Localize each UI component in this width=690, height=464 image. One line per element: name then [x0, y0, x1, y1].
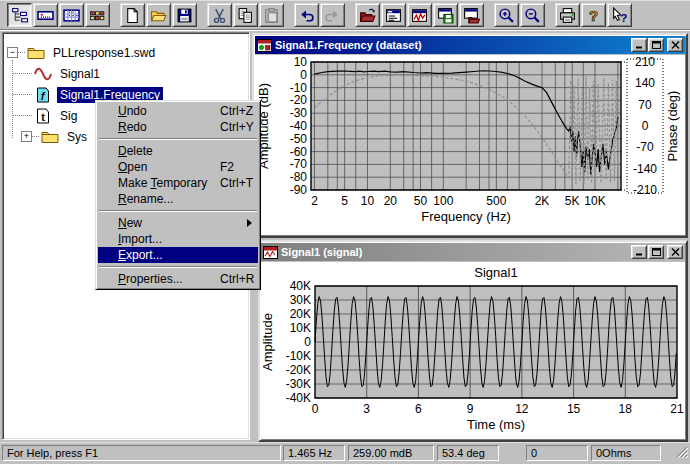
close-button[interactable] — [667, 245, 683, 259]
frequency-response-chart[interactable]: 100-10-20-30-40-50-60-70-80-902510205010… — [255, 55, 685, 235]
menu-item-open[interactable]: OpenF2 — [98, 159, 258, 175]
svg-text:18: 18 — [619, 402, 633, 416]
menu-item-shortcut: Ctrl+R — [220, 271, 254, 287]
tree-item-label: Signal1 — [57, 66, 103, 82]
zoom-out-button[interactable] — [520, 3, 545, 27]
menu-item-shortcut: Ctrl+Y — [220, 119, 254, 135]
svg-text:-140: -140 — [633, 162, 657, 176]
svg-text:2: 2 — [311, 194, 318, 208]
menu-item-label: Make Temporary — [118, 175, 220, 191]
window-title: Signal1 (signal) — [281, 246, 628, 258]
window-export-button[interactable] — [459, 3, 484, 27]
menu-item-export[interactable]: Export... — [98, 247, 258, 263]
svg-text:20K: 20K — [290, 307, 311, 321]
zoom-in-button[interactable] — [494, 3, 519, 27]
svg-text:?: ? — [620, 11, 627, 24]
menu-item-new[interactable]: New — [98, 215, 258, 231]
time-domain-chart[interactable]: Signal140K30K20K10K0-10K-20K-30K-40K0369… — [261, 262, 685, 439]
svg-text:Frequency (Hz): Frequency (Hz) — [421, 209, 511, 224]
new-button[interactable] — [120, 3, 145, 27]
menu-item-properties[interactable]: Properties...Ctrl+R — [98, 271, 258, 287]
menu-item-shortcut: Ctrl+Z — [220, 103, 253, 119]
menu-item-shortcut — [220, 143, 250, 159]
window-text-button[interactable] — [381, 3, 406, 27]
svg-text:-10K: -10K — [286, 349, 311, 363]
svg-text:10K: 10K — [584, 194, 605, 208]
tree-item-pllresponse1-swd[interactable]: −PLLresponse1.swd — [3, 42, 249, 63]
dataset-bar-view-button[interactable] — [33, 3, 58, 27]
minimize-button[interactable] — [631, 38, 647, 52]
tree-item-signal1[interactable]: Signal1 — [3, 63, 249, 84]
status-panel-impedance-readout: 0Ohms — [591, 445, 661, 461]
help-button[interactable]: ? — [581, 3, 606, 27]
reopen-button[interactable] — [355, 3, 380, 27]
menu-item-delete[interactable]: Delete — [98, 143, 258, 159]
menu-item-label: Delete — [118, 143, 220, 159]
context-help-button[interactable]: ? — [607, 3, 632, 27]
menu-item-label: Rename... — [118, 191, 220, 207]
titlebar-signal1[interactable]: Signal1 (signal) — [261, 243, 685, 261]
clipboard-icon — [263, 7, 280, 24]
folder-icon — [41, 129, 59, 145]
svg-text:Signal1: Signal1 — [474, 265, 517, 280]
menu-item-shortcut — [220, 191, 250, 207]
svg-text:210: 210 — [635, 55, 655, 69]
window-save-icon — [437, 7, 454, 24]
menu-item-import[interactable]: Import... — [98, 231, 258, 247]
menu-item-redo[interactable]: RedoCtrl+Y — [98, 119, 258, 135]
minimize-button[interactable] — [631, 245, 647, 259]
folder-icon — [27, 45, 45, 61]
save-button[interactable] — [172, 3, 197, 27]
menu-item-undo[interactable]: UndoCtrl+Z — [98, 103, 258, 119]
menu-item-shortcut — [220, 247, 250, 263]
print-button[interactable] — [555, 3, 580, 27]
application-window: ?? −PLLresponse1.swdSignal1fSignal1.Freq… — [0, 0, 690, 464]
window-signal1-frequency: Signal1.Frequency (dataset) 100-10-20-30… — [252, 33, 688, 238]
context-menu: UndoCtrl+ZRedoCtrl+YDeleteOpenF2Make Tem… — [95, 100, 261, 290]
tree-view-toggle-button[interactable] — [7, 3, 32, 27]
status-panel-phase-readout: 53.4 deg — [437, 445, 499, 461]
svg-text:9: 9 — [467, 402, 474, 416]
cut-button[interactable] — [207, 3, 232, 27]
dataset-grid-view-button[interactable] — [59, 3, 84, 27]
maximize-button[interactable] — [648, 38, 664, 52]
svg-text:70: 70 — [638, 98, 652, 112]
window-save-button[interactable] — [433, 3, 458, 27]
menu-item-shortcut — [220, 231, 250, 247]
zoom-in-icon — [498, 7, 515, 24]
svg-text:?: ? — [589, 7, 598, 23]
tree-item-label: Sig — [57, 108, 80, 124]
resize-grip[interactable] — [676, 446, 688, 461]
maximize-button[interactable] — [648, 245, 664, 259]
expand-icon[interactable]: + — [21, 131, 32, 142]
close-button[interactable] — [667, 38, 683, 52]
tile-view-button[interactable] — [85, 3, 110, 27]
scissors-icon — [211, 7, 228, 24]
svg-text:-70: -70 — [636, 140, 654, 154]
new-doc-icon — [124, 7, 141, 24]
window-waveform-button[interactable] — [407, 3, 432, 27]
svg-text:-210: -210 — [633, 183, 657, 197]
open-folder-icon — [150, 7, 167, 24]
copy-button[interactable] — [233, 3, 258, 27]
grid-frame-icon — [63, 7, 80, 24]
open-button[interactable] — [146, 3, 171, 27]
time-chart-area: Signal140K30K20K10K0-10K-20K-30K-40K0369… — [261, 262, 685, 439]
menu-item-label: Properties... — [118, 271, 220, 287]
signal-window-icon — [263, 246, 278, 259]
tree-connector — [13, 115, 32, 116]
menu-item-make-temporary[interactable]: Make TemporaryCtrl+T — [98, 175, 258, 191]
t-signal-icon: t — [34, 108, 52, 124]
svg-text:3: 3 — [363, 402, 370, 416]
svg-text:30K: 30K — [290, 293, 311, 307]
menu-item-rename[interactable]: Rename... — [98, 191, 258, 207]
titlebar-signal1-frequency[interactable]: Signal1.Frequency (dataset) — [255, 36, 685, 54]
collapse-icon[interactable]: − — [7, 47, 18, 58]
undo-button[interactable] — [294, 3, 319, 27]
f-dataset-icon: f — [34, 87, 52, 103]
menu-separator — [99, 210, 257, 212]
tree-connector — [32, 136, 39, 137]
submenu-arrow-icon — [247, 219, 252, 227]
svg-text:0: 0 — [642, 119, 649, 133]
sine-wave-icon — [34, 66, 52, 82]
